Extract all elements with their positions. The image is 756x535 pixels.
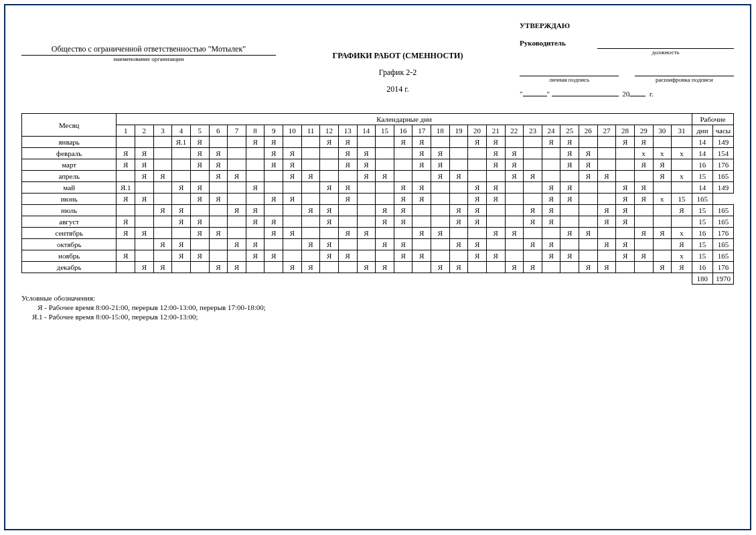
day-cell (560, 239, 579, 250)
day-cell: Я (283, 194, 302, 205)
month-cell: сентябрь (22, 228, 117, 239)
day-cell (634, 239, 653, 250)
day-cell (672, 216, 692, 228)
day-col-20: 20 (468, 125, 487, 137)
day-cell (634, 171, 653, 182)
day-cell: Я (560, 194, 579, 205)
day-cell: Я (264, 250, 283, 262)
row-hours: 165 (712, 216, 733, 228)
day-cell: Я (117, 228, 135, 239)
day-cell: Я (560, 250, 579, 262)
day-cell (246, 159, 264, 171)
day-cell: х (653, 194, 672, 205)
day-cell (616, 148, 635, 159)
day-cell: Я (153, 205, 172, 216)
day-cell (394, 171, 412, 182)
day-cell: Я (597, 239, 616, 250)
day-cell (542, 262, 560, 273)
day-cell: Я (468, 137, 487, 148)
day-cell (228, 137, 246, 148)
day-cell: Я (338, 228, 357, 239)
day-cell (283, 182, 302, 194)
day-cell (431, 194, 450, 205)
day-col-14: 14 (357, 125, 376, 137)
day-cell: Я (376, 205, 394, 216)
day-cell (486, 171, 505, 182)
day-cell (301, 228, 320, 239)
day-cell: Я (431, 148, 450, 159)
day-col-5: 5 (190, 125, 209, 137)
day-cell: Я (634, 194, 653, 205)
organization-caption: наименование организации (21, 56, 276, 62)
day-cell: Я (172, 205, 191, 216)
day-cell: Я (524, 171, 542, 182)
day-cell (597, 194, 616, 205)
day-cell: Я (560, 228, 579, 239)
day-cell: Я (616, 250, 635, 262)
day-cell (209, 205, 228, 216)
day-cell: Я (394, 239, 412, 250)
day-col-25: 25 (560, 125, 579, 137)
day-cell: Я (117, 250, 135, 262)
day-cell (246, 148, 264, 159)
day-cell (449, 148, 468, 159)
day-cell: Я (338, 148, 357, 159)
day-cell: Я (357, 228, 376, 239)
day-cell: Я (190, 194, 209, 205)
day-cell: Я (616, 216, 635, 228)
day-cell: Я (449, 171, 468, 182)
day-cell (524, 137, 542, 148)
day-cell: Я (634, 159, 653, 171)
day-cell (653, 182, 672, 194)
day-cell (264, 171, 283, 182)
row-hours: 149 (712, 182, 733, 194)
day-cell (153, 250, 172, 262)
day-col-2: 2 (135, 125, 154, 137)
day-cell: Я (190, 148, 209, 159)
day-col-19: 19 (449, 125, 468, 137)
day-cell (172, 159, 191, 171)
day-cell: Я (153, 171, 172, 182)
day-cell: Я (486, 182, 505, 194)
day-cell (524, 250, 542, 262)
day-cell (579, 250, 598, 262)
day-cell (153, 194, 172, 205)
row-hours: 176 (712, 159, 733, 171)
month-cell: март (22, 159, 117, 171)
day-cell (524, 159, 542, 171)
day-cell (597, 228, 616, 239)
day-cell (486, 216, 505, 228)
day-cell: Я (172, 216, 191, 228)
day-cell (228, 228, 246, 239)
day-cell (431, 216, 450, 228)
day-cell (209, 250, 228, 262)
day-cell: Я (597, 262, 616, 273)
day-cell (431, 137, 450, 148)
day-cell (117, 239, 135, 250)
total-days: 180 (692, 273, 712, 285)
day-cell: Я (579, 171, 598, 182)
day-cell: Я (597, 171, 616, 182)
row-days: 14 (692, 137, 712, 148)
table-row: февральЯЯЯЯЯЯЯЯЯЯЯЯЯЯххх14154 (22, 148, 734, 159)
day-cell (524, 148, 542, 159)
day-cell (357, 216, 376, 228)
day-cell: Я (190, 182, 209, 194)
day-cell (228, 159, 246, 171)
day-cell (228, 216, 246, 228)
day-cell: Я (246, 216, 264, 228)
day-cell: Я (301, 205, 320, 216)
day-cell (653, 137, 672, 148)
month-cell: июль (22, 205, 117, 216)
day-cell (505, 194, 524, 205)
row-days: 14 (692, 148, 712, 159)
day-cell: Я (653, 159, 672, 171)
day-cell: Я (505, 228, 524, 239)
day-cell: х (672, 148, 692, 159)
day-cell (672, 182, 692, 194)
day-cell (209, 182, 228, 194)
day-col-1: 1 (117, 125, 135, 137)
day-cell: Я (338, 159, 357, 171)
day-cell (246, 262, 264, 273)
table-row: январьЯ.1ЯЯЯЯЯЯЯЯЯЯЯЯЯ14149 (22, 137, 734, 148)
